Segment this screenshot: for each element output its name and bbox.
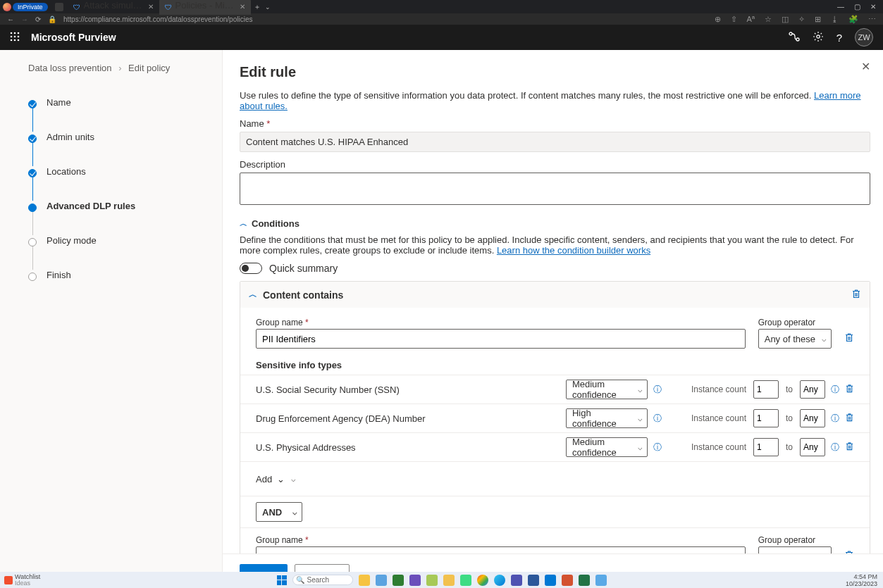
favorite-icon[interactable]: ☆ — [765, 15, 772, 24]
powerpoint-icon[interactable] — [562, 575, 573, 586]
description-textarea[interactable] — [240, 173, 870, 205]
watchlist-icon — [4, 576, 13, 584]
step-finish[interactable]: Finish — [28, 270, 208, 283]
collections-icon[interactable]: ⊞ — [815, 15, 821, 24]
taskbar-app-icon[interactable] — [376, 575, 387, 586]
svg-point-4 — [14, 35, 16, 37]
taskbar-app-icon[interactable] — [426, 575, 438, 586]
teams-icon[interactable] — [511, 575, 522, 586]
step-pending-icon — [28, 238, 37, 246]
flow-icon[interactable] — [789, 31, 800, 44]
logical-operator-dropdown[interactable]: AND — [256, 502, 302, 522]
search-placeholder: Search — [307, 576, 330, 584]
edge-icon[interactable] — [494, 575, 505, 586]
instance-max-input[interactable] — [800, 380, 825, 399]
group-name-input[interactable] — [256, 546, 746, 553]
taskbar-app-icon[interactable] — [443, 575, 455, 586]
split-screen-icon[interactable]: ◫ — [782, 15, 789, 24]
info-icon[interactable]: ⓘ — [829, 384, 841, 396]
extensions-icon[interactable]: 🧩 — [848, 15, 858, 24]
info-icon[interactable]: ⓘ — [652, 413, 663, 425]
step-policy-mode[interactable]: Policy mode — [28, 235, 208, 249]
step-name[interactable]: Name — [28, 97, 208, 111]
group-name-input[interactable] — [256, 329, 746, 349]
delete-sit-button[interactable] — [845, 384, 854, 395]
content-contains-label: Content contains — [263, 289, 343, 301]
add-sit-dropdown[interactable]: Add ⌄ — [256, 469, 300, 489]
instance-min-input[interactable] — [753, 380, 779, 399]
zoom-icon[interactable]: ⊕ — [715, 15, 721, 24]
taskbar-app-icon[interactable] — [409, 575, 421, 586]
tab-groups-icon[interactable] — [55, 3, 63, 11]
settings-gear-icon[interactable] — [813, 31, 824, 44]
svg-point-1 — [14, 32, 16, 34]
close-panel-button[interactable]: ✕ — [861, 60, 870, 73]
back-icon[interactable]: ← — [7, 15, 14, 23]
taskbar-clock[interactable]: 4:54 PM 10/23/2023 — [840, 573, 883, 587]
taskbar-search[interactable]: 🔍 Search — [292, 575, 353, 585]
info-icon[interactable]: ⓘ — [829, 413, 841, 425]
address-bar[interactable]: https://compliance.microsoft.com/datalos… — [63, 15, 252, 23]
new-tab-button[interactable]: ＋ — [254, 2, 261, 12]
group-operator-dropdown[interactable]: Any of these — [758, 546, 832, 553]
delete-condition-button[interactable] — [851, 289, 861, 301]
delete-sit-button[interactable] — [845, 413, 854, 424]
to-label: to — [786, 442, 793, 452]
tab-title: Policies - Microsoft Purview — [175, 0, 236, 11]
delete-group-button[interactable] — [844, 332, 854, 344]
more-icon[interactable]: ⋯ — [868, 15, 876, 24]
step-locations[interactable]: Locations — [28, 166, 208, 180]
taskbar-app-icon[interactable] — [393, 575, 404, 586]
group-operator-label: Group operator — [758, 535, 832, 545]
condition-builder-link[interactable]: Learn how the condition builder works — [497, 245, 650, 256]
chrome-icon[interactable] — [477, 575, 488, 586]
refresh-icon[interactable]: ⟳ — [35, 15, 41, 23]
taskbar-news-widget[interactable]: Watchlist Ideas — [0, 573, 44, 588]
taskbar-app-icon[interactable] — [359, 575, 370, 586]
read-aloud-icon[interactable]: Aª — [747, 15, 755, 24]
info-icon[interactable]: ⓘ — [829, 442, 841, 453]
instance-max-input[interactable] — [800, 438, 825, 456]
forward-icon: → — [21, 15, 28, 23]
favorites-bar-icon[interactable]: ✧ — [798, 15, 805, 24]
step-complete-icon — [28, 135, 37, 143]
help-icon[interactable]: ? — [836, 32, 842, 44]
content-contains-header[interactable]: ︿ Content contains — [240, 282, 870, 308]
group-operator-dropdown[interactable]: Any of these — [758, 329, 832, 349]
confidence-dropdown[interactable]: Medium confidence — [566, 437, 648, 457]
user-avatar[interactable]: ZW — [855, 28, 873, 46]
browser-tab-active[interactable]: 🛡 Policies - Microsoft Purview ✕ — [159, 0, 251, 15]
breadcrumb-root[interactable]: Data loss prevention — [28, 63, 112, 73]
confidence-dropdown[interactable]: Medium confidence — [566, 380, 648, 399]
step-advanced-dlp[interactable]: Advanced DLP rules — [28, 201, 208, 214]
app-launcher-icon[interactable] — [10, 32, 20, 44]
maximize-icon[interactable]: ▢ — [854, 3, 860, 11]
conditions-section-header[interactable]: ︿ Conditions — [240, 218, 870, 229]
delete-sit-button[interactable] — [845, 442, 854, 453]
info-icon[interactable]: ⓘ — [652, 384, 663, 396]
minimize-icon[interactable]: ― — [837, 3, 844, 11]
instance-min-input[interactable] — [753, 438, 779, 456]
share-icon[interactable]: ⇧ — [731, 15, 737, 24]
instance-min-input[interactable] — [753, 409, 779, 427]
svg-point-2 — [18, 32, 20, 34]
quick-summary-toggle[interactable] — [240, 263, 262, 274]
chevron-up-icon: ︿ — [240, 218, 247, 229]
taskbar-app-icon[interactable] — [545, 575, 556, 586]
tab-actions-chevron-icon[interactable]: ⌄ — [265, 4, 271, 11]
rule-name-field: Content matches U.S. HIPAA Enhanced — [240, 132, 870, 152]
info-icon[interactable]: ⓘ — [652, 442, 663, 453]
excel-icon[interactable] — [579, 575, 590, 586]
start-button[interactable] — [277, 575, 287, 585]
tab-close-icon[interactable]: ✕ — [148, 3, 154, 11]
downloads-icon[interactable]: ⭳ — [831, 15, 839, 24]
step-admin-units[interactable]: Admin units — [28, 132, 208, 145]
taskbar-app-icon[interactable] — [460, 575, 471, 586]
confidence-dropdown[interactable]: High confidence — [566, 408, 648, 428]
instance-max-input[interactable] — [800, 409, 825, 427]
word-icon[interactable] — [528, 575, 539, 586]
close-window-icon[interactable]: ✕ — [870, 3, 876, 11]
browser-tab-inactive[interactable]: 🛡 Attack simulation training - Mic ✕ — [68, 0, 159, 15]
taskbar-app-icon[interactable] — [595, 575, 607, 586]
tab-close-icon[interactable]: ✕ — [240, 3, 245, 11]
